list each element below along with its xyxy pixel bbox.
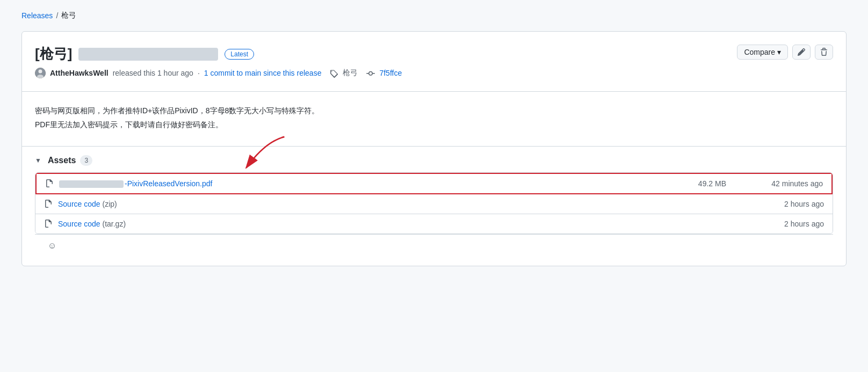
author-avatar: [35, 68, 46, 78]
release-header-left: [枪弓] Latest AttheHawksWell released this…: [35, 45, 402, 78]
commit-hash[interactable]: 7f5ffce: [379, 69, 402, 77]
asset-item-targz: Source code (tar.gz) 2 hours ago: [35, 214, 833, 234]
targz-icon: [44, 220, 53, 228]
asset-zip-link[interactable]: Source code: [58, 200, 100, 208]
release-title: [枪弓]: [35, 45, 72, 63]
asset-zip-name[interactable]: Source code (zip): [58, 200, 684, 208]
release-meta: AttheHawksWell released this 1 hour ago …: [35, 68, 402, 78]
release-title-redacted: [78, 48, 218, 61]
zip-icon: [44, 200, 53, 208]
asset-targz-format: (tar.gz): [103, 220, 126, 228]
asset-pdf-size: 49.2 MB: [683, 179, 726, 188]
asset-item-zip: Source code (zip) 2 hours ago: [35, 194, 833, 214]
compare-label: Compare: [744, 48, 775, 56]
svg-point-1: [39, 70, 42, 74]
author-name[interactable]: AttheHawksWell: [50, 69, 108, 77]
compare-button[interactable]: Compare ▾: [737, 45, 788, 60]
assets-toggle[interactable]: ▼: [35, 157, 41, 164]
asset-zip-time: 2 hours ago: [760, 200, 824, 208]
asset-targz-time: 2 hours ago: [760, 220, 824, 228]
assets-count: 3: [80, 155, 92, 166]
release-header-actions: Compare ▾: [737, 45, 833, 60]
chevron-down-icon: ▾: [777, 48, 781, 56]
release-body-line2: PDF里无法加入密码提示，下载时请自行做好密码备注。: [35, 119, 833, 130]
edit-button[interactable]: [792, 45, 811, 60]
tag-label: 枪弓: [343, 68, 358, 78]
delete-button[interactable]: [815, 45, 833, 60]
release-body-line1: 密码与网页版相同，为作者推特ID+该作品PixivID，8字母8数字无大小写与特…: [35, 105, 833, 116]
release-card: [枪弓] Latest AttheHawksWell released this…: [21, 31, 847, 266]
asset-pdf-time: 42 minutes ago: [758, 179, 823, 188]
reaction-button[interactable]: ☺: [48, 241, 56, 251]
breadcrumb: Releases / 枪弓: [21, 11, 847, 20]
asset-name-redacted: [59, 180, 124, 188]
asset-pdf-link[interactable]: -PixivReleasedVersion.pdf: [125, 179, 212, 188]
reaction-bar: ☺: [35, 234, 833, 257]
arrow-annotation-container: -PixivReleasedVersion.pdf 49.2 MB 42 min…: [35, 172, 833, 234]
assets-list: -PixivReleasedVersion.pdf 49.2 MB 42 min…: [35, 172, 833, 234]
assets-header: ▼ Assets 3: [35, 155, 833, 166]
latest-badge: Latest: [225, 49, 254, 60]
meta-released-text: released this 1 hour ago: [113, 69, 193, 77]
file-icon: [45, 179, 54, 188]
meta-dot: ·: [198, 69, 200, 77]
commit-link[interactable]: 1 commit to main since this release: [204, 69, 322, 77]
asset-targz-link[interactable]: Source code: [58, 220, 100, 228]
asset-pdf-name[interactable]: -PixivReleasedVersion.pdf: [59, 179, 683, 188]
tag-icon: [330, 68, 338, 77]
assets-title: Assets: [48, 156, 76, 165]
assets-section: ▼ Assets 3: [22, 147, 846, 266]
asset-item-pdf: -PixivReleasedVersion.pdf 49.2 MB 42 min…: [35, 173, 833, 194]
breadcrumb-current: 枪弓: [61, 11, 76, 20]
release-header: [枪弓] Latest AttheHawksWell released this…: [22, 32, 846, 92]
breadcrumb-separator: /: [56, 11, 58, 20]
commit-icon: [366, 68, 375, 77]
release-body: 密码与网页版相同，为作者推特ID+该作品PixivID，8字母8数字无大小写与特…: [22, 92, 846, 147]
asset-zip-format: (zip): [103, 200, 117, 208]
asset-targz-name[interactable]: Source code (tar.gz): [58, 220, 684, 228]
breadcrumb-releases-link[interactable]: Releases: [21, 11, 53, 20]
release-title-row: [枪弓] Latest: [35, 45, 402, 63]
